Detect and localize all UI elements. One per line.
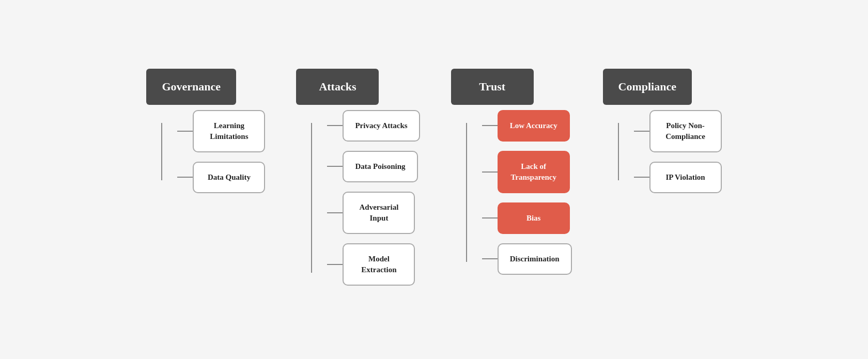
hline-discrimination — [482, 258, 498, 259]
stem-governance — [161, 123, 162, 180]
child-box-policy-non-compliance: Policy Non- Compliance — [649, 110, 722, 152]
header-trust: Trust — [451, 69, 534, 105]
child-box-learning-limitations: Learning Limitations — [193, 110, 265, 152]
hline-ip-violation — [634, 177, 649, 178]
child-box-discrimination: Discrimination — [498, 243, 572, 275]
child-box-ip-violation: IP Violation — [649, 162, 722, 193]
child-box-data-poisoning: Data Poisoning — [343, 151, 417, 182]
hline-privacy-attacks — [327, 125, 343, 126]
hline-data-poisoning — [327, 166, 343, 167]
stem-compliance — [618, 123, 619, 180]
header-attacks: Attacks — [296, 69, 379, 105]
child-row-adversarial-input: Adversarial Input — [327, 192, 420, 234]
hline-adversarial-input — [327, 212, 343, 213]
child-row-low-accuracy: Low Accuracy — [482, 110, 572, 142]
child-row-data-poisoning: Data Poisoning — [327, 151, 420, 182]
child-box-lack-of-transparency: Lack of Transparency — [498, 151, 570, 193]
hline-policy-non-compliance — [634, 131, 649, 132]
child-box-adversarial-input: Adversarial Input — [343, 192, 415, 234]
child-box-data-quality: Data Quality — [193, 162, 265, 193]
child-row-policy-non-compliance: Policy Non- Compliance — [634, 110, 722, 152]
hline-learning-limitations — [177, 131, 193, 132]
child-box-model-extraction: Model Extraction — [343, 243, 415, 286]
child-row-privacy-attacks: Privacy Attacks — [327, 110, 420, 142]
stem-attacks — [311, 123, 312, 273]
child-row-discrimination: Discrimination — [482, 243, 572, 275]
column-governance: GovernanceLearning LimitationsData Quali… — [146, 69, 265, 198]
child-box-privacy-attacks: Privacy Attacks — [343, 110, 420, 142]
child-row-model-extraction: Model Extraction — [327, 243, 420, 286]
hline-lack-of-transparency — [482, 171, 498, 173]
child-row-ip-violation: IP Violation — [634, 162, 722, 193]
child-row-data-quality: Data Quality — [177, 162, 265, 193]
child-row-lack-of-transparency: Lack of Transparency — [482, 151, 572, 193]
hline-model-extraction — [327, 264, 343, 265]
header-compliance: Compliance — [603, 69, 692, 105]
child-box-low-accuracy: Low Accuracy — [498, 110, 570, 142]
child-box-bias: Bias — [498, 202, 570, 234]
stem-trust — [466, 123, 467, 262]
column-trust: TrustLow AccuracyLack of TransparencyBia… — [451, 69, 572, 280]
child-row-bias: Bias — [482, 202, 572, 234]
column-attacks: AttacksPrivacy AttacksData PoisoningAdve… — [296, 69, 420, 291]
header-governance: Governance — [146, 69, 236, 105]
hline-data-quality — [177, 177, 193, 178]
hline-low-accuracy — [482, 125, 498, 126]
hline-bias — [482, 217, 498, 218]
diagram: GovernanceLearning LimitationsData Quali… — [115, 48, 752, 311]
column-compliance: CompliancePolicy Non- ComplianceIP Viola… — [603, 69, 722, 198]
child-row-learning-limitations: Learning Limitations — [177, 110, 265, 152]
